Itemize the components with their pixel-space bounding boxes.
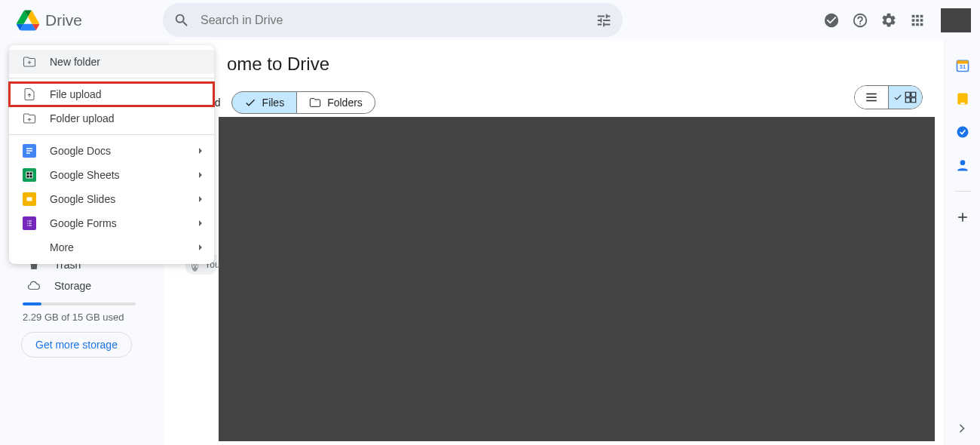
menu-google-sheets[interactable]: Google Sheets <box>9 163 214 187</box>
contacts-icon[interactable] <box>955 158 970 173</box>
folder-upload-icon <box>23 112 36 125</box>
blank-icon <box>23 241 36 254</box>
list-icon <box>865 91 878 104</box>
chevron-right-icon <box>198 148 204 154</box>
header-actions <box>822 8 971 32</box>
search-bar[interactable] <box>163 3 623 37</box>
menu-new-folder[interactable]: New folder <box>9 50 214 74</box>
new-context-menu: New folder File upload Folder upload Goo… <box>9 45 214 264</box>
page-title: ome to Drive <box>227 54 944 75</box>
view-mode-segment <box>854 85 923 109</box>
logo-section[interactable]: Drive <box>9 9 163 32</box>
menu-google-forms[interactable]: Google Forms <box>9 211 214 235</box>
menu-label: File upload <box>50 88 102 100</box>
calendar-icon[interactable]: 31 <box>955 58 970 73</box>
side-panel-toggle-icon[interactable] <box>954 421 969 436</box>
keep-icon[interactable] <box>955 91 970 106</box>
storage-usage-bar <box>23 302 136 305</box>
file-upload-icon <box>23 87 36 101</box>
drive-logo-icon <box>17 9 39 32</box>
search-input[interactable] <box>190 14 596 27</box>
menu-label: More <box>50 241 74 253</box>
new-folder-icon <box>23 55 36 69</box>
add-icon[interactable] <box>955 210 970 225</box>
suggestion-row: ed Files Folders <box>209 91 944 114</box>
product-name: Drive <box>45 11 82 29</box>
menu-file-upload[interactable]: File upload <box>9 82 214 106</box>
cloud-icon <box>27 279 41 293</box>
menu-label: Folder upload <box>50 112 115 124</box>
chevron-right-icon <box>198 244 204 250</box>
chevron-right-icon <box>198 220 204 226</box>
menu-google-slides[interactable]: Google Slides <box>9 187 214 211</box>
svg-rect-4 <box>960 103 964 104</box>
menu-label: Google Sheets <box>50 169 120 181</box>
check-icon <box>893 91 902 104</box>
files-segment-button[interactable]: Files <box>231 91 298 114</box>
forms-icon <box>23 216 36 230</box>
menu-label: Google Forms <box>50 217 117 229</box>
tasks-icon[interactable] <box>955 124 970 140</box>
svg-text:31: 31 <box>959 63 965 70</box>
search-icon <box>173 12 190 29</box>
app-header: Drive <box>0 0 980 40</box>
menu-folder-upload[interactable]: Folder upload <box>9 106 214 130</box>
tune-icon[interactable] <box>596 12 612 29</box>
segment-label: Folders <box>327 97 363 109</box>
sheets-icon <box>23 168 36 182</box>
menu-label: Google Docs <box>50 145 111 157</box>
menu-label: Google Slides <box>50 193 115 205</box>
content-area-placeholder <box>219 117 935 441</box>
svg-point-5 <box>957 127 968 138</box>
account-avatar[interactable] <box>941 8 971 32</box>
menu-label: New folder <box>50 56 100 68</box>
sidebar-item-storage[interactable]: Storage <box>21 275 149 296</box>
menu-more[interactable]: More <box>9 235 214 259</box>
grid-view-button[interactable] <box>889 86 922 109</box>
folders-segment-button[interactable]: Folders <box>297 91 375 114</box>
svg-rect-7 <box>27 198 32 201</box>
check-icon <box>244 97 256 109</box>
grid-icon <box>904 91 917 104</box>
segment-label: Files <box>262 97 285 109</box>
chevron-right-icon <box>198 172 204 178</box>
chevron-right-icon <box>198 196 204 202</box>
docs-icon <box>23 144 36 158</box>
sidebar-item-label: Storage <box>54 280 91 292</box>
get-more-storage-button[interactable]: Get more storage <box>21 332 132 358</box>
settings-gear-icon[interactable] <box>879 11 899 30</box>
svg-point-6 <box>960 160 965 165</box>
menu-google-docs[interactable]: Google Docs <box>9 139 214 163</box>
folder-icon <box>309 97 321 109</box>
right-rail: 31 <box>944 40 980 445</box>
help-icon[interactable] <box>850 11 870 30</box>
list-view-button[interactable] <box>855 86 888 109</box>
slides-icon <box>23 192 36 206</box>
storage-usage-text: 2.29 GB of 15 GB used <box>23 312 149 323</box>
apps-grid-icon[interactable] <box>908 11 927 30</box>
offline-ready-icon[interactable] <box>822 11 841 30</box>
file-folder-segment: Files Folders <box>231 91 375 114</box>
